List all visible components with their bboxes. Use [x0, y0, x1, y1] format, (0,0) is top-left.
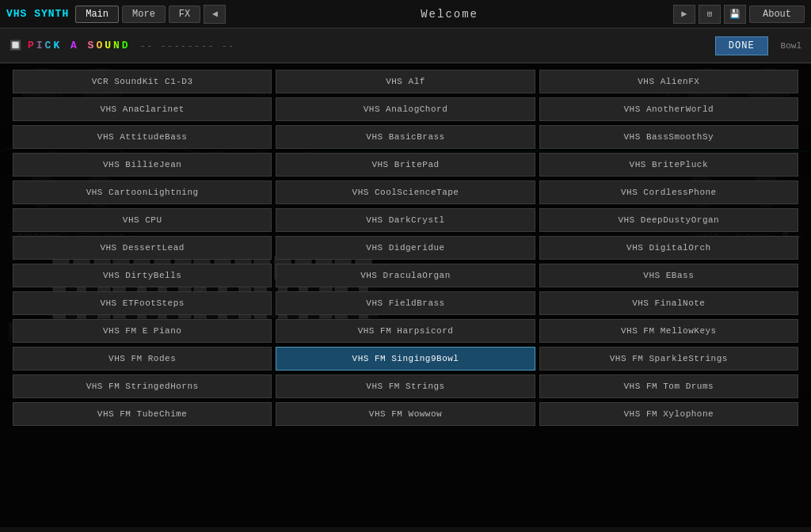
fx-nav-button[interactable]: FX: [169, 6, 200, 23]
sound-button-22[interactable]: VHS DraculaOrgan: [276, 264, 535, 287]
top-nav-bar: VHS SYNTH Main More FX ◀ Welcome ▶ ⊞ 💾 A…: [0, 0, 811, 28]
sound-button-7[interactable]: VHS BasicBrass: [276, 125, 535, 149]
sound-button-29[interactable]: VHS FM MellowKeys: [539, 319, 798, 343]
sound-button-19[interactable]: VHS Didgeridue: [276, 236, 535, 260]
sound-button-25[interactable]: VHS FieldBrass: [276, 291, 535, 315]
sound-button-4[interactable]: VHS AnalogChord: [276, 97, 535, 121]
next-preset-button[interactable]: ▶: [673, 5, 695, 24]
sound-picker-overlay: 🔲 PICK A SOUND -- -------- -- DONE Bowl …: [0, 28, 811, 532]
sound-button-11[interactable]: VHS BritePluck: [539, 153, 798, 177]
preset-name-display: Welcome: [229, 8, 670, 21]
sound-button-13[interactable]: VHS CoolScienceTape: [276, 180, 535, 204]
midi-icon-button[interactable]: ⊞: [699, 5, 721, 24]
sound-button-17[interactable]: VHS DeepDustyOrgan: [539, 208, 798, 232]
sound-button-12[interactable]: VHS CartoonLightning: [13, 180, 272, 204]
synth-main-area: ▼ 22 VOL SEMI LAY TWO DETUNE PAN: [0, 28, 811, 532]
sound-button-15[interactable]: VHS CPU: [13, 208, 272, 232]
sound-button-8[interactable]: VHS BassSmoothSy: [539, 125, 798, 149]
sound-button-27[interactable]: VHS FM E Piano: [13, 319, 272, 343]
sound-button-32[interactable]: VHS FM SparkleStrings: [539, 347, 798, 370]
sound-button-37[interactable]: VHS FM Wowwow: [276, 402, 535, 426]
sound-button-34[interactable]: VHS FM Strings: [276, 374, 535, 398]
sound-button-24[interactable]: VHS ETFootSteps: [13, 291, 272, 315]
picker-dots: -- -------- --: [140, 41, 235, 51]
picker-title: PICK A SOUND: [28, 40, 131, 51]
sound-button-35[interactable]: VHS FM Tom Drums: [539, 374, 798, 398]
sound-button-38[interactable]: VHS FM Xylophone: [539, 402, 798, 426]
sound-button-33[interactable]: VHS FM StringedHorns: [13, 374, 272, 398]
brand-label: VHS SYNTH: [6, 8, 69, 20]
sound-button-6[interactable]: VHS AttitudeBass: [13, 125, 272, 149]
sound-button-20[interactable]: VHS DigitalOrch: [539, 236, 798, 260]
sound-button-30[interactable]: VHS FM Rodes: [13, 347, 272, 370]
current-preset-display: Bowl: [781, 41, 801, 51]
sound-button-31[interactable]: VHS FM Singing9Bowl: [276, 347, 535, 370]
sound-button-16[interactable]: VHS DarkCrystl: [276, 208, 535, 232]
main-nav-button[interactable]: Main: [75, 6, 119, 23]
prev-preset-button[interactable]: ◀: [204, 5, 226, 24]
sound-button-10[interactable]: VHS BritePad: [276, 153, 535, 177]
sound-button-2[interactable]: VHS AlienFX: [539, 70, 798, 93]
about-nav-button[interactable]: About: [749, 6, 805, 23]
sound-button-23[interactable]: VHS EBass: [539, 264, 798, 287]
sound-button-0[interactable]: VCR SoundKit C1-D3: [13, 70, 272, 93]
sound-picker-grid: VCR SoundKit C1-D3VHS AlfVHS AlienFXVHS …: [0, 63, 811, 527]
sound-button-18[interactable]: VHS DessertLead: [13, 236, 272, 260]
picker-scrollbar[interactable]: [0, 527, 811, 532]
sound-button-14[interactable]: VHS CordlessPhone: [539, 180, 798, 204]
more-nav-button[interactable]: More: [122, 6, 166, 23]
sound-button-9[interactable]: VHS BillieJean: [13, 153, 272, 177]
sound-button-1[interactable]: VHS Alf: [276, 70, 535, 93]
sound-button-21[interactable]: VHS DirtyBells: [13, 264, 272, 287]
save-icon-button[interactable]: 💾: [724, 5, 746, 24]
picker-header: 🔲 PICK A SOUND -- -------- -- DONE Bowl: [0, 28, 811, 63]
sound-button-36[interactable]: VHS FM TubeChime: [13, 402, 272, 426]
sound-button-5[interactable]: VHS AnotherWorld: [539, 97, 798, 121]
done-button[interactable]: DONE: [715, 36, 768, 55]
sound-button-26[interactable]: VHS FinalNote: [539, 291, 798, 315]
sound-button-3[interactable]: VHS AnaClarinet: [13, 97, 272, 121]
sound-button-28[interactable]: VHS FM Harpsicord: [276, 319, 535, 343]
picker-window-icon: 🔲: [10, 40, 21, 51]
